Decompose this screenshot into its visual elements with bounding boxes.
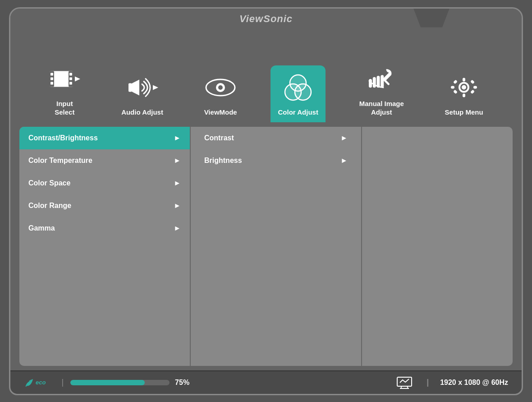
arrow-icon: ► xyxy=(340,134,348,142)
brightness-container: 75% xyxy=(70,379,396,387)
viewmode-icon xyxy=(205,72,236,103)
nav-item-setup-menu[interactable]: Setup Menu xyxy=(438,65,491,122)
eco-logo: eco xyxy=(24,378,46,388)
content-area: Contrast/Brightness ► Color Temperature … xyxy=(10,122,522,370)
menu-item-label: Gamma xyxy=(28,224,55,232)
svg-rect-11 xyxy=(128,83,132,92)
nav-item-manual-image-adjust[interactable]: Manual Image Adjust xyxy=(352,57,411,122)
input-select-icon xyxy=(49,63,80,95)
svg-rect-27 xyxy=(463,94,465,97)
svg-rect-31 xyxy=(470,80,475,84)
svg-rect-32 xyxy=(453,90,458,94)
sub-menu-label: Contrast xyxy=(204,134,234,142)
menu-item-label: Color Range xyxy=(28,202,71,210)
arrow-icon: ► xyxy=(174,157,181,165)
nav-label-audio-adjust: Audio Adjust xyxy=(121,108,163,117)
menu-item-color-temperature[interactable]: Color Temperature ► xyxy=(19,149,190,172)
svg-marker-10 xyxy=(132,80,139,96)
menu-item-gamma[interactable]: Gamma ► xyxy=(19,217,190,240)
middle-panel: Contrast ► Brightness ► xyxy=(191,127,362,366)
brightness-fill xyxy=(70,380,145,385)
brand-logo: ViewSonic xyxy=(239,13,293,25)
divider-1: | xyxy=(61,378,64,387)
svg-rect-33 xyxy=(470,90,475,94)
arrow-icon: ► xyxy=(174,202,181,210)
audio-adjust-icon xyxy=(127,72,158,103)
nav-label-color-adjust: Color Adjust xyxy=(278,108,318,117)
resolution-info: | 1920 x 1080 @ 60Hz xyxy=(396,376,508,389)
brightness-track xyxy=(70,380,170,385)
sub-menu-item-brightness[interactable]: Brightness ► xyxy=(191,149,361,172)
arrow-icon: ► xyxy=(174,179,181,187)
svg-marker-9 xyxy=(75,76,80,81)
monitor-icon xyxy=(396,376,413,389)
sub-menu-label: Brightness xyxy=(204,157,242,165)
svg-rect-30 xyxy=(453,80,458,84)
svg-rect-5 xyxy=(50,82,53,84)
svg-rect-28 xyxy=(451,86,454,89)
svg-point-15 xyxy=(218,85,223,90)
arrow-icon: ► xyxy=(174,134,181,142)
resolution-icon xyxy=(396,376,413,389)
menu-item-label: Contrast/Brightness xyxy=(28,134,98,142)
arrow-icon: ► xyxy=(340,157,348,165)
eco-label: eco xyxy=(36,379,46,386)
status-bar: eco | 75% | 1920 x 1080 @ 60Hz xyxy=(10,370,522,394)
sub-menu-item-contrast[interactable]: Contrast ► xyxy=(191,127,361,149)
nav-label-manual-image-adjust: Manual Image Adjust xyxy=(359,99,404,117)
brightness-percentage: 75% xyxy=(175,379,189,387)
svg-rect-29 xyxy=(473,86,477,89)
menu-container: Contrast/Brightness ► Color Temperature … xyxy=(19,127,513,366)
resolution-text: 1920 x 1080 @ 60Hz xyxy=(440,379,508,387)
eco-leaf-icon xyxy=(24,378,34,388)
svg-point-18 xyxy=(295,84,311,100)
arrow-icon: ► xyxy=(174,224,181,232)
nav-item-audio-adjust[interactable]: Audio Adjust xyxy=(114,65,170,122)
divider-2: | xyxy=(427,378,429,387)
svg-rect-7 xyxy=(69,77,72,80)
svg-rect-4 xyxy=(50,77,53,80)
color-adjust-icon xyxy=(282,72,314,103)
setup-menu-icon xyxy=(448,72,480,103)
svg-rect-3 xyxy=(50,73,53,75)
svg-rect-20 xyxy=(373,77,376,88)
svg-rect-22 xyxy=(381,75,384,88)
svg-point-25 xyxy=(462,85,466,90)
svg-rect-6 xyxy=(69,73,72,75)
nav-label-viewmode: ViewMode xyxy=(204,108,237,117)
svg-rect-26 xyxy=(463,78,465,82)
manual-image-adjust-icon xyxy=(366,63,397,95)
menu-item-contrast-brightness[interactable]: Contrast/Brightness ► xyxy=(19,127,190,149)
menu-item-label: Color Temperature xyxy=(28,157,92,165)
nav-row: Input Select Audio Adjust xyxy=(10,28,522,122)
top-bar: ViewSonic xyxy=(10,9,522,28)
menu-item-color-space[interactable]: Color Space ► xyxy=(19,172,190,194)
nav-label-setup-menu: Setup Menu xyxy=(445,108,483,117)
nav-label-input-select: Input Select xyxy=(55,99,74,117)
menu-item-color-range[interactable]: Color Range ► xyxy=(19,194,190,217)
menu-item-label: Color Space xyxy=(28,179,70,187)
nav-item-color-adjust[interactable]: Color Adjust xyxy=(271,65,325,122)
svg-marker-12 xyxy=(153,85,158,90)
left-panel: Contrast/Brightness ► Color Temperature … xyxy=(19,127,191,366)
svg-rect-8 xyxy=(69,82,72,84)
right-panel xyxy=(362,127,513,366)
nav-item-viewmode[interactable]: ViewMode xyxy=(197,65,244,122)
monitor-frame: ViewSonic xyxy=(9,7,523,395)
nav-item-input-select[interactable]: Input Select xyxy=(41,57,87,122)
